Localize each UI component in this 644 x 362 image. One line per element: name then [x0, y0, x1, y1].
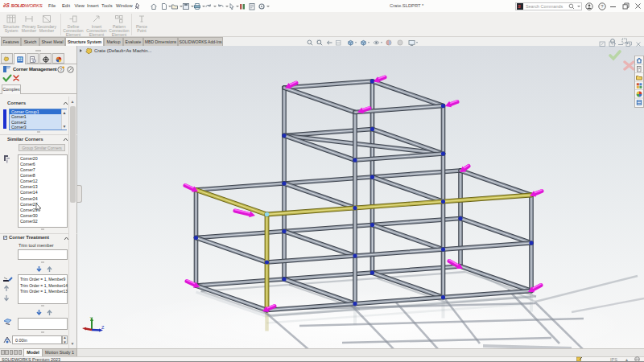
svg-text:?: ? — [601, 4, 604, 9]
svg-text:Y: Y — [90, 316, 93, 321]
svg-text:?: ? — [60, 67, 62, 72]
svg-text:Z: Z — [101, 325, 105, 330]
